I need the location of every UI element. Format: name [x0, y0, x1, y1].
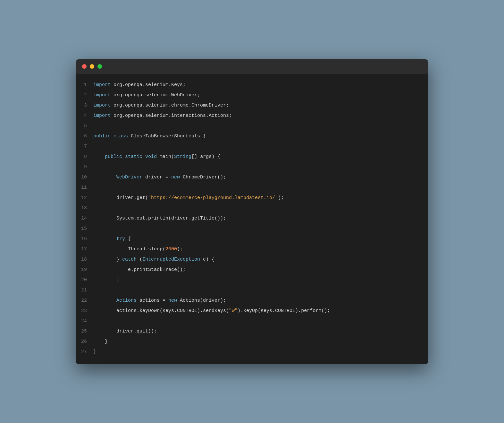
- code-line-7: 7: [76, 142, 428, 152]
- code-line-24: 24: [76, 317, 428, 327]
- line-number: 24: [76, 318, 93, 324]
- code-line-21: 21: [76, 286, 428, 296]
- code-line-16: 16 try {: [76, 235, 428, 245]
- line-number: 8: [76, 154, 93, 160]
- line-number: 4: [76, 113, 93, 118]
- line-number: 1: [76, 82, 93, 88]
- line-number: 3: [76, 103, 93, 108]
- line-number: 19: [76, 267, 93, 272]
- code-line-19: 19 e.printStackTrace();: [76, 265, 428, 276]
- code-content: import org.openqa.selenium.Keys;: [93, 81, 186, 89]
- code-line-22: 22 Actions actions = new Actions(driver)…: [76, 296, 428, 306]
- code-line-27: 27 }: [76, 348, 428, 358]
- code-content: public static void main(String[] args) {: [93, 153, 220, 161]
- code-window: 1 import org.openqa.selenium.Keys; 2 imp…: [76, 59, 428, 364]
- line-number: 18: [76, 257, 93, 262]
- line-number: 2: [76, 92, 93, 98]
- code-content: [93, 317, 96, 325]
- code-line-12: 12 driver.get("https://ecommerce-playgro…: [76, 194, 428, 204]
- code-content: [93, 163, 96, 171]
- line-number: 25: [76, 329, 93, 334]
- code-content: [93, 143, 96, 151]
- code-container: 1 import org.openqa.selenium.Keys; 2 imp…: [76, 74, 428, 364]
- code-content: e.printStackTrace();: [93, 266, 186, 274]
- code-content: driver.get("https://ecommerce-playground…: [93, 194, 284, 202]
- code-line-18: 18 } catch (InterruptedException e) {: [76, 255, 428, 265]
- code-content: [93, 184, 96, 192]
- line-number: 12: [76, 195, 93, 201]
- code-content: }: [93, 338, 108, 346]
- code-content: WebDriver driver = new ChromeDriver();: [93, 174, 226, 181]
- line-number: 11: [76, 185, 93, 190]
- code-content: Thread.sleep(2000);: [93, 246, 183, 253]
- code-line-3: 3 import org.openqa.selenium.chrome.Chro…: [76, 101, 428, 111]
- line-number: 27: [76, 349, 93, 355]
- code-line-25: 25 driver.quit();: [76, 327, 428, 337]
- code-content: [93, 225, 96, 233]
- code-line-13: 13: [76, 204, 428, 214]
- code-line-20: 20 }: [76, 276, 428, 286]
- code-line-17: 17 Thread.sleep(2000);: [76, 245, 428, 255]
- line-number: 7: [76, 144, 93, 149]
- code-content: }: [93, 348, 96, 356]
- line-number: 5: [76, 123, 93, 129]
- line-number: 15: [76, 226, 93, 231]
- code-line-8: 8 public static void main(String[] args)…: [76, 152, 428, 163]
- line-number: 22: [76, 298, 93, 303]
- code-content: public class CloseTabBrowserShortcuts {: [93, 133, 206, 140]
- code-content: driver.quit();: [93, 328, 157, 335]
- line-number: 10: [76, 175, 93, 180]
- maximize-button[interactable]: [97, 64, 102, 69]
- code-content: System.out.println(driver.getTitle());: [93, 215, 226, 222]
- code-line-5: 5: [76, 122, 428, 132]
- line-number: 6: [76, 134, 93, 139]
- line-number: 21: [76, 288, 93, 293]
- title-bar: [76, 59, 428, 74]
- code-line-9: 9: [76, 163, 428, 173]
- close-button[interactable]: [82, 64, 87, 69]
- code-line-15: 15: [76, 224, 428, 235]
- minimize-button[interactable]: [90, 64, 94, 69]
- code-content: import org.openqa.selenium.interactions.…: [93, 112, 232, 120]
- code-content: actions.keyDown(Keys.CONTROL).sendKeys("…: [93, 307, 330, 315]
- code-line-6: 6 public class CloseTabBrowserShortcuts …: [76, 132, 428, 142]
- line-number: 26: [76, 339, 93, 344]
- line-number: 14: [76, 216, 93, 221]
- code-line-10: 10 WebDriver driver = new ChromeDriver()…: [76, 173, 428, 183]
- code-content: try {: [93, 235, 131, 243]
- code-content: } catch (InterruptedException e) {: [93, 256, 214, 263]
- code-content: [93, 122, 96, 130]
- code-content: [93, 287, 96, 294]
- code-line-26: 26 }: [76, 337, 428, 348]
- line-number: 17: [76, 246, 93, 252]
- line-number: 20: [76, 277, 93, 283]
- line-number: 13: [76, 205, 93, 211]
- code-line-23: 23 actions.keyDown(Keys.CONTROL).sendKey…: [76, 306, 428, 317]
- line-number: 23: [76, 308, 93, 314]
- code-line-1: 1 import org.openqa.selenium.Keys;: [76, 81, 428, 91]
- code-content: import org.openqa.selenium.WebDriver;: [93, 91, 200, 99]
- line-number: 9: [76, 164, 93, 170]
- line-number: 16: [76, 236, 93, 242]
- code-line-4: 4 import org.openqa.selenium.interaction…: [76, 111, 428, 122]
- code-content: [93, 204, 96, 212]
- code-content: Actions actions = new Actions(driver);: [93, 297, 226, 305]
- code-content: import org.openqa.selenium.chrome.Chrome…: [93, 102, 229, 109]
- code-line-11: 11: [76, 183, 428, 194]
- code-line-2: 2 import org.openqa.selenium.WebDriver;: [76, 91, 428, 101]
- code-line-14: 14 System.out.println(driver.getTitle())…: [76, 214, 428, 224]
- code-content: }: [93, 276, 119, 284]
